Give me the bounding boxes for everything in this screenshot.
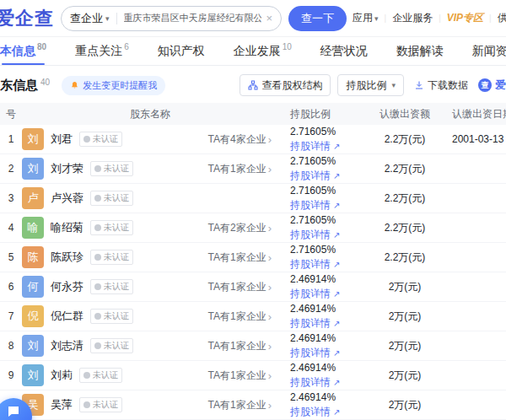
chevron-right-icon: › <box>268 251 272 264</box>
unverified-label: 未认证 <box>93 133 118 145</box>
unverified-icon <box>94 283 101 290</box>
related-companies-link[interactable]: TA有1家企业 › <box>208 162 272 176</box>
download-data-button[interactable]: 下载数据 <box>411 74 471 96</box>
related-companies-label: TA有1家企业 <box>208 339 266 353</box>
unverified-icon <box>94 254 101 261</box>
aiqicha-watermark-label: 爱企查 <box>495 78 506 93</box>
chevron-right-icon: › <box>268 222 272 234</box>
holding-detail-link[interactable]: 持股详情 ↗ <box>290 346 364 360</box>
tab-count: 6 <box>124 42 129 51</box>
search-input[interactable]: 重庆市荣昌区中天房屋经纪有限公司 <box>124 12 262 24</box>
holding-detail-label: 持股详情 <box>290 257 331 272</box>
tab[interactable]: 经营状况 <box>320 37 368 65</box>
unverified-icon <box>94 224 101 231</box>
menu-item[interactable]: 企业服务 <box>392 11 433 25</box>
caret-down-icon: ▾ <box>374 14 379 23</box>
section-toolbar: 东信息40 发生变更时提醒我 查看股权结构 持股比例 ▾ 下载数据 查 爱企查 <box>0 73 506 98</box>
shareholder-name-link[interactable]: 何永芬 <box>51 279 83 294</box>
unverified-badge: 未认证 <box>90 161 133 176</box>
change-alert-button[interactable]: 发生变更时提醒我 <box>62 76 165 95</box>
holding-detail-link[interactable]: 持股详情 ↗ <box>290 257 364 272</box>
holding-detail-label: 持股详情 <box>290 316 331 331</box>
clear-search-icon[interactable]: × <box>266 12 272 24</box>
unverified-label: 未认证 <box>104 281 129 293</box>
search-box[interactable]: 查企业 ▾ 重庆市荣昌区中天房屋经纪有限公司 × <box>61 6 282 31</box>
shareholder-cell: 刘 刘志清 未认证 TA有1家企业 › <box>22 335 278 357</box>
tab[interactable]: 数据解读 <box>396 37 444 65</box>
holding-ratio: 2.46914% <box>290 273 364 285</box>
shareholder-cell: 喻 喻绍菊 未认证 TA有2家企业 › <box>22 217 278 239</box>
row-index: 9 <box>0 369 22 381</box>
related-companies-link[interactable]: TA有1家企业 › <box>208 250 272 265</box>
tab[interactable]: 新闻资讯 <box>472 37 506 65</box>
holding-detail-link[interactable]: 持股详情 ↗ <box>290 228 364 242</box>
related-companies-link[interactable]: TA有4家企业 › <box>208 132 272 147</box>
shareholder-name-link[interactable]: 刘君 <box>51 132 73 147</box>
menu-item[interactable]: 应用▾ <box>353 11 379 25</box>
holding-ratio-cell: 2.71605% 持股详情 ↗ <box>278 185 364 213</box>
tab[interactable]: 企业发展10 <box>234 37 292 65</box>
aiqicha-logo[interactable]: 爱企查 <box>0 6 54 31</box>
col-shareholder-name: 股东名称 <box>22 107 278 121</box>
related-companies-label: TA有1家企业 <box>208 250 266 265</box>
chevron-right-icon: › <box>268 369 272 382</box>
external-link-icon: ↗ <box>333 171 340 180</box>
view-equity-structure-button[interactable]: 查看股权结构 <box>240 74 331 96</box>
unverified-label: 未认证 <box>104 310 129 322</box>
holding-detail-link[interactable]: 持股详情 ↗ <box>290 287 364 301</box>
shareholder-name-link[interactable]: 吴萍 <box>51 397 73 412</box>
bell-icon <box>70 81 79 90</box>
holding-ratio: 2.71605% <box>290 185 364 197</box>
search-category-dropdown[interactable]: 查企业 ▾ <box>70 11 110 26</box>
avatar: 卢 <box>22 187 44 209</box>
holding-ratio-cell: 2.71605% 持股详情 ↗ <box>278 155 364 183</box>
shareholder-cell: 陈 陈跃珍 未认证 TA有1家企业 › <box>22 246 278 268</box>
unverified-badge: 未认证 <box>79 368 122 383</box>
related-companies-label: TA有2家企业 <box>208 221 266 235</box>
menu-item[interactable]: VIP专区 <box>447 11 483 25</box>
menu-item-label: 企业服务 <box>392 11 433 25</box>
shareholder-name-link[interactable]: 陈跃珍 <box>51 250 83 265</box>
holding-ratio: 2.46914% <box>290 303 364 315</box>
download-data-label: 下载数据 <box>428 78 468 93</box>
related-companies-link[interactable]: TA有2家企业 › <box>208 221 272 235</box>
row-index: 5 <box>0 251 22 263</box>
ratio-filter-dropdown[interactable]: 持股比例 ▾ <box>337 74 404 96</box>
section-count: 40 <box>40 78 50 87</box>
shareholder-name-link[interactable]: 喻绍菊 <box>51 220 83 235</box>
shareholder-name-link[interactable]: 刘才荣 <box>51 161 83 176</box>
related-companies-link[interactable]: TA有1家企业 › <box>208 369 272 383</box>
unverified-badge: 未认证 <box>90 338 133 353</box>
caret-down-icon: ▾ <box>105 14 110 23</box>
shareholder-name-link[interactable]: 卢兴蓉 <box>51 191 83 206</box>
row-index: 7 <box>0 310 22 322</box>
holding-detail-link[interactable]: 持股详情 ↗ <box>290 169 364 183</box>
holding-detail-link[interactable]: 持股详情 ↗ <box>290 139 364 153</box>
shareholder-name-link[interactable]: 刘志清 <box>51 338 83 353</box>
holding-detail-label: 持股详情 <box>290 346 331 360</box>
page: 爱企查 查企业 ▾ 重庆市荣昌区中天房屋经纪有限公司 × 查一下 应用▾|企业服… <box>0 0 506 420</box>
holding-detail-link[interactable]: 持股详情 ↗ <box>290 375 364 390</box>
holding-detail-link[interactable]: 持股详情 ↗ <box>290 316 364 331</box>
tab[interactable]: 重点关注6 <box>75 37 129 65</box>
top-menu: 应用▾|企业服务|VIP专区|供需集市HOT|APP <box>347 11 506 25</box>
holding-detail-link[interactable]: 持股详情 ↗ <box>290 405 364 419</box>
unverified-icon <box>94 313 101 320</box>
related-companies-link[interactable]: TA有1家企业 › <box>208 280 272 294</box>
related-companies-link[interactable]: TA有1家企业 › <box>208 310 272 324</box>
unverified-label: 未认证 <box>104 222 129 234</box>
toolbar-actions: 查看股权结构 持股比例 ▾ 下载数据 查 爱企查 <box>240 74 506 96</box>
holding-ratio: 2.71605% <box>290 244 364 256</box>
tab-label: 新闻资讯 <box>472 44 506 59</box>
tab[interactable]: 本信息80 <box>0 37 46 65</box>
holding-detail-link[interactable]: 持股详情 ↗ <box>290 198 364 213</box>
shareholder-name-link[interactable]: 刘莉 <box>51 368 73 383</box>
tab[interactable]: 知识产权 <box>158 37 205 65</box>
shareholder-name-link[interactable]: 倪仁群 <box>51 309 83 324</box>
search-button[interactable]: 查一下 <box>288 6 347 31</box>
tab-count: 10 <box>283 42 292 51</box>
menu-item[interactable]: 供需集市HOT <box>498 11 506 25</box>
unverified-icon <box>83 401 90 408</box>
related-companies-link[interactable]: TA有1家企业 › <box>208 339 272 353</box>
related-companies-link[interactable]: TA有1家企业 › <box>208 398 272 412</box>
